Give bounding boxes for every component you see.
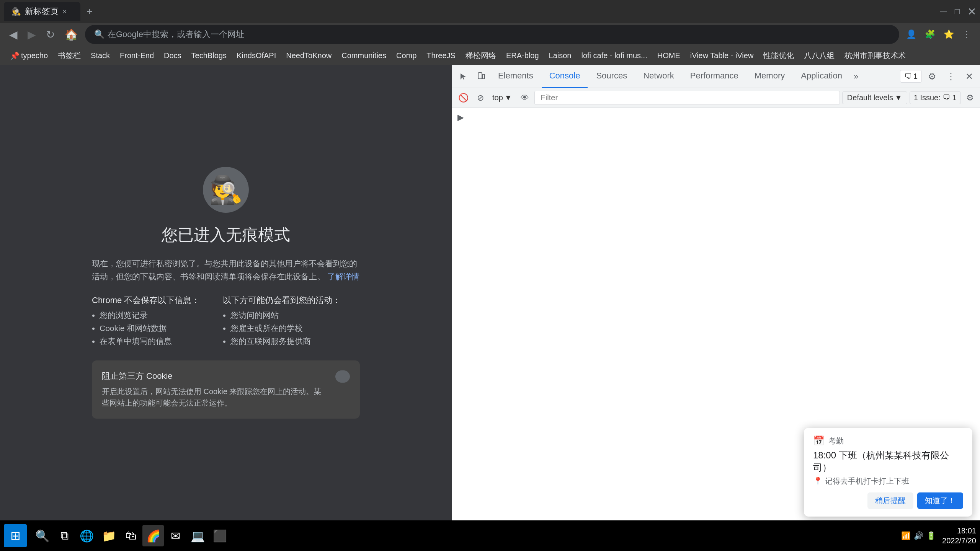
filter-input[interactable] — [534, 91, 840, 105]
taskbar-right: 📶 🔊 🔋 18:01 2022/7/20 — [901, 526, 976, 546]
bookmark-11[interactable]: 稀松网络 — [462, 49, 500, 62]
console-input-arrow[interactable]: ▶ — [456, 111, 466, 124]
tab-performance[interactable]: Performance — [683, 65, 746, 88]
bookmark-4[interactable]: Docs — [160, 50, 185, 62]
bookmark-2[interactable]: Stack — [87, 50, 114, 62]
active-tab[interactable]: 🕵 新标签页 × — [4, 2, 80, 21]
start-button[interactable]: ⊞ — [4, 524, 27, 547]
bookmark-3[interactable]: Front-End — [116, 50, 158, 62]
filter-toggle-button[interactable]: ⊘ — [474, 91, 487, 104]
default-levels-button[interactable]: Default levels ▼ — [842, 91, 907, 104]
bookmark-8[interactable]: Communities — [338, 50, 390, 62]
bookmark-5[interactable]: TechBlogs — [188, 50, 230, 62]
notification-source: 考勤 — [828, 436, 844, 446]
tab-elements[interactable]: Elements — [490, 65, 541, 88]
toolbar-icons: 👤 🧩 ⭐ ⋮ — [903, 28, 974, 41]
eye-icon-button[interactable]: 👁 — [518, 91, 532, 104]
bookmark-16[interactable]: iView Table - iView — [686, 50, 758, 62]
taskbar-mail[interactable]: ✉ — [165, 525, 186, 546]
console-settings-button[interactable]: ⚙ — [963, 91, 977, 104]
context-selector[interactable]: top ▼ — [489, 92, 515, 104]
taskbar-terminal[interactable]: ⬛ — [209, 525, 230, 546]
minimize-button[interactable]: ─ — [940, 6, 947, 18]
incognito-content: 🕵 您已进入无痕模式 现在，您便可进行私密浏览了。与您共用此设备的其他用户将不会… — [92, 167, 360, 418]
chrome-saves-col: Chrome 不会保存以下信息： 您的浏览记录 Cookie 和网站数据 在表单… — [92, 295, 200, 349]
bookmark-typecho[interactable]: 📌 typecho — [6, 50, 52, 62]
tab-application[interactable]: Application — [793, 65, 850, 88]
bookmark-10[interactable]: ThreeJS — [423, 50, 459, 62]
taskbar-file-explorer[interactable]: 📁 — [98, 525, 119, 546]
bookmarks-bar: 📌 typecho 书签栏 Stack Front-End Docs TechB… — [0, 46, 980, 65]
notification-actions: 稍后提醒 知道了！ — [813, 492, 963, 509]
default-levels-dropdown-icon: ▼ — [895, 93, 902, 102]
system-tray: 📶 🔊 🔋 — [901, 531, 936, 540]
close-window-button[interactable]: ✕ — [967, 5, 976, 18]
back-button[interactable]: ◀ — [6, 27, 21, 42]
svg-rect-1 — [482, 74, 485, 79]
tab-close-button[interactable]: × — [62, 7, 67, 16]
learn-more-link[interactable]: 了解详情 — [327, 272, 359, 281]
profile-icon[interactable]: 👤 — [903, 28, 920, 41]
tab-memory[interactable]: Memory — [747, 65, 792, 88]
taskbar-code[interactable]: 💻 — [187, 525, 208, 546]
bookmark-icon[interactable]: ⭐ — [941, 28, 957, 41]
element-picker-button[interactable] — [455, 70, 472, 83]
console-message-count[interactable]: 🗨 1 — [900, 70, 922, 83]
bookmark-15[interactable]: HOME — [653, 50, 684, 62]
taskbar-edge[interactable]: 🌐 — [76, 525, 97, 546]
clock[interactable]: 18:01 2022/7/20 — [942, 526, 976, 546]
bookmark-17[interactable]: 性能优化 — [760, 49, 798, 62]
settings-icon[interactable]: ⋮ — [959, 28, 974, 41]
tab-sources[interactable]: Sources — [588, 65, 635, 88]
bookmark-6[interactable]: KindsOfAPI — [233, 50, 280, 62]
bookmark-9[interactable]: Comp — [392, 50, 420, 62]
taskbar-search[interactable]: 🔍 — [31, 525, 53, 546]
new-tab-button[interactable]: + — [82, 5, 97, 18]
address-bar[interactable]: 🔍 在Google中搜索，或者输入一个网址 — [85, 25, 899, 44]
bookmark-1[interactable]: 书签栏 — [54, 49, 85, 62]
clear-console-button[interactable]: 🚫 — [455, 91, 472, 104]
more-tabs-button[interactable]: » — [851, 72, 861, 82]
notification-popup: 📅 考勤 18:00 下班（杭州某某科技有限公司） 📍 记得去手机打卡打上下班 … — [804, 428, 972, 517]
tab-network[interactable]: Network — [635, 65, 682, 88]
bookmark-18[interactable]: 八八八组 — [800, 49, 838, 62]
notification-confirm-button[interactable]: 知道了！ — [917, 492, 963, 509]
taskbar-store[interactable]: 🛍 — [120, 525, 142, 546]
address-bar-row: ◀ ▶ ↻ 🏠 🔍 在Google中搜索，或者输入一个网址 👤 🧩 ⭐ ⋮ — [0, 23, 980, 46]
notification-body: 📍 记得去手机打卡打上下班 — [813, 476, 963, 486]
cookie-settings-box: 阻止第三方 Cookie 开启此设置后，网站无法使用 Cookie 来跟踪您在网… — [92, 360, 360, 419]
maximize-button[interactable]: □ — [955, 7, 960, 16]
tab-console[interactable]: Console — [542, 65, 588, 88]
devtools-actions: 🗨 1 ⚙ ⋮ ✕ — [900, 69, 977, 84]
bookmark-13[interactable]: Laison — [545, 50, 575, 62]
message-count-icon: 🗨 — [904, 72, 912, 81]
date-display: 2022/7/20 — [942, 536, 976, 546]
extensions-icon[interactable]: 🧩 — [922, 28, 938, 41]
tab-bar: 🕵 新标签页 × + ─ □ ✕ — [0, 0, 980, 23]
home-button[interactable]: 🏠 — [62, 27, 81, 42]
devtools-close-button[interactable]: ✕ — [962, 69, 977, 84]
taskbar-chrome[interactable]: 🌈 — [142, 525, 164, 546]
taskbar-task-view[interactable]: ⧉ — [54, 525, 75, 546]
svg-rect-0 — [478, 73, 482, 79]
notification-time: 18:00 下班（杭州某某科技有限公司） — [813, 449, 963, 474]
cookie-text: 阻止第三方 Cookie 开启此设置后，网站无法使用 Cookie 来跟踪您在网… — [102, 370, 324, 409]
notification-dismiss-button[interactable]: 稍后提醒 — [867, 492, 913, 509]
refresh-button[interactable]: ↻ — [43, 27, 58, 42]
address-text: 在Google中搜索，或者输入一个网址 — [108, 29, 244, 40]
device-mode-button[interactable] — [473, 70, 490, 83]
notification-header: 📅 考勤 — [813, 435, 963, 446]
devtools-more-button[interactable]: ⋮ — [942, 69, 959, 84]
devtools-settings-button[interactable]: ⚙ — [924, 69, 940, 84]
context-dropdown-icon: ▼ — [505, 93, 512, 102]
bookmark-7[interactable]: NeedToKnow — [282, 50, 335, 62]
third-party-cookie-toggle[interactable] — [335, 370, 350, 383]
notification-icon: 📅 — [813, 435, 825, 446]
volume-icon: 🔊 — [914, 531, 923, 540]
issue-count[interactable]: 1 Issue: 🗨 1 — [910, 91, 961, 104]
bookmark-14[interactable]: lofi cafe - lofi mus... — [577, 50, 651, 62]
bookmark-19[interactable]: 杭州市刑事技术术 — [841, 49, 910, 62]
bookmark-12[interactable]: ERA-blog — [502, 50, 543, 62]
battery-icon: 🔋 — [926, 531, 936, 540]
forward-button[interactable]: ▶ — [24, 27, 39, 42]
